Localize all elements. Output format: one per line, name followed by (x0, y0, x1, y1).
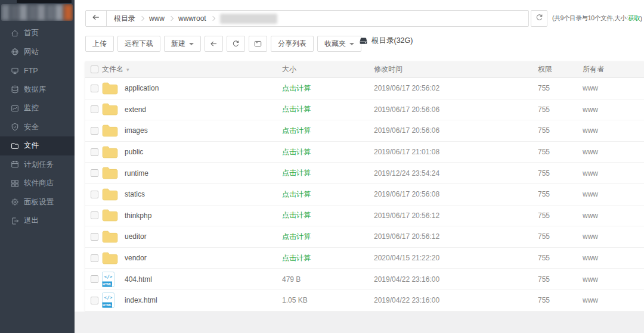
file-name-link[interactable]: images (125, 126, 282, 135)
ftp-icon (11, 67, 19, 75)
select-all-checkbox[interactable] (91, 66, 98, 73)
file-size: 479 B (282, 275, 374, 284)
file-size[interactable]: 点击计算 (282, 168, 374, 178)
globe-icon (11, 48, 19, 56)
file-size[interactable]: 点击计算 (282, 83, 374, 94)
disk-info-wrap: 根目录(32G) (351, 36, 413, 46)
sidebar-item-files[interactable]: 文件 (0, 136, 75, 155)
breadcrumb-back-button[interactable] (86, 11, 107, 26)
file-size: 1.05 KB (282, 296, 374, 304)
logo-redacted (1, 4, 73, 21)
svg-text:</>: </> (104, 295, 113, 300)
row-checkbox[interactable] (91, 105, 98, 113)
file-row: images 点击计算 2019/06/17 20:56:06 755 www (85, 120, 644, 142)
sidebar-item-security[interactable]: 安全 (0, 118, 75, 137)
row-checkbox[interactable] (91, 297, 98, 304)
table-header: 文件名 ▾ 大小 修改时间 权限 所有者 (85, 61, 644, 78)
column-header-filename[interactable]: 文件名 ▾ (102, 64, 282, 74)
svg-text:HTML: HTML (103, 304, 112, 307)
sidebar-item-appstore[interactable]: 软件商店 (0, 174, 75, 193)
file-size[interactable]: 点击计算 (282, 232, 374, 242)
file-permission: 755 (538, 126, 583, 135)
file-owner: www (583, 296, 644, 304)
file-name-link[interactable]: index.html (125, 296, 282, 304)
column-header-permission[interactable]: 权限 (538, 64, 583, 74)
breadcrumb-separator-icon (140, 16, 144, 21)
folder-file-icon (102, 252, 125, 264)
file-mtime: 2019/04/22 23:16:00 (374, 275, 538, 284)
row-checkbox[interactable] (91, 127, 98, 135)
column-header-mtime[interactable]: 修改时间 (374, 64, 538, 74)
file-permission: 755 (538, 105, 583, 114)
toolbar-button-back[interactable] (205, 36, 223, 52)
file-owner: www (583, 232, 644, 241)
sidebar-item-database[interactable]: 数据库 (0, 80, 75, 99)
toolbar-button-upload[interactable]: 上传 (85, 36, 114, 52)
file-permission: 755 (538, 190, 583, 198)
file-size[interactable]: 点击计算 (282, 126, 374, 136)
caret-down-icon (189, 43, 194, 45)
file-row: </>HTML 404.html 479 B 2019/04/22 23:16:… (85, 269, 644, 290)
file-size[interactable]: 点击计算 (282, 147, 374, 157)
file-owner: www (583, 169, 644, 178)
directory-summary: (共9个目录与10个文件,大小: 获取 ) (552, 10, 642, 27)
file-name-link[interactable]: runtime (125, 169, 282, 178)
column-header-owner[interactable]: 所有者 (583, 64, 644, 74)
file-mtime: 2019/12/24 23:54:24 (374, 169, 538, 178)
breadcrumb-item[interactable]: wwwroot (178, 14, 206, 23)
row-checkbox[interactable] (91, 191, 98, 198)
row-checkbox[interactable] (91, 233, 98, 241)
toolbar-button-new[interactable]: 新建 (164, 36, 201, 52)
file-name-link[interactable]: vendor (125, 254, 282, 262)
row-checkbox[interactable] (91, 254, 98, 262)
file-name-link[interactable]: application (125, 84, 282, 92)
file-size[interactable]: 点击计算 (282, 104, 374, 114)
folder-file-icon (102, 82, 125, 95)
sidebar-item-home[interactable]: 首页 (0, 24, 75, 43)
file-permission: 755 (538, 232, 583, 241)
file-size[interactable]: 点击计算 (282, 189, 374, 200)
file-owner: www (583, 275, 644, 284)
svg-text:</>: </> (104, 274, 113, 279)
file-mtime: 2019/06/17 21:01:08 (374, 148, 538, 156)
file-mtime: 2019/06/17 20:56:12 (374, 211, 538, 220)
row-checkbox[interactable] (91, 148, 98, 156)
sidebar-item-website[interactable]: 网站 (0, 43, 75, 62)
column-header-size[interactable]: 大小 (282, 64, 374, 74)
file-size[interactable]: 点击计算 (282, 210, 374, 220)
disk-icon (359, 36, 368, 45)
file-name-link[interactable]: statics (125, 190, 282, 198)
breadcrumb-item[interactable]: www (149, 14, 165, 23)
sidebar-item-monitor[interactable]: 监控 (0, 99, 75, 118)
file-name-link[interactable]: public (125, 148, 282, 156)
sidebar-item-settings[interactable]: 面板设置 (0, 193, 75, 212)
row-checkbox[interactable] (91, 211, 98, 219)
file-name-link[interactable]: ueditor (125, 232, 282, 241)
sidebar-item-cron[interactable]: 计划任务 (0, 155, 75, 175)
file-size[interactable]: 点击计算 (282, 253, 374, 263)
row-checkbox[interactable] (91, 169, 98, 177)
summary-text-suffix: ) (640, 15, 642, 22)
file-name-link[interactable]: extend (125, 105, 282, 114)
sidebar-item-logout[interactable]: 退出 (0, 211, 75, 231)
toolbar-button-terminal[interactable] (249, 36, 267, 52)
toolbar-button-refresh[interactable] (227, 36, 245, 52)
toolbar-button-share-list[interactable]: 分享列表 (271, 36, 314, 52)
row-checkbox[interactable] (91, 85, 98, 92)
file-name-link[interactable]: thinkphp (125, 211, 282, 220)
get-size-link[interactable]: 获取 (628, 14, 640, 23)
sidebar-item-ftp[interactable]: FTP (0, 61, 75, 80)
toolbar-button-remote-download[interactable]: 远程下载 (117, 36, 160, 52)
refresh-icon (535, 13, 543, 24)
refresh-path-button[interactable] (531, 10, 547, 27)
redacted-strip (17, 0, 72, 3)
row-checkbox[interactable] (91, 275, 98, 283)
disk-info[interactable]: 根目录(32G) (359, 36, 413, 46)
breadcrumb-item[interactable]: 根目录 (114, 14, 135, 24)
file-row: vendor 点击计算 2020/04/15 21:22:20 755 www (85, 248, 644, 269)
file-row: statics 点击计算 2019/06/17 20:56:08 755 www (85, 184, 644, 206)
file-toolbar: 上传 远程下载 新建 分享列表 收藏夹 (85, 36, 365, 52)
home-icon (11, 29, 19, 38)
file-name-link[interactable]: 404.html (125, 275, 282, 284)
folder-file-icon (102, 188, 125, 201)
